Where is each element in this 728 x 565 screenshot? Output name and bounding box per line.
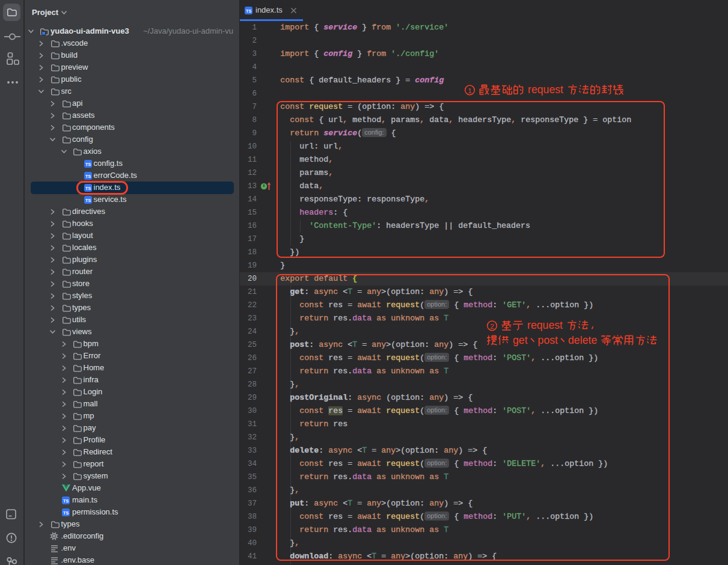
svg-text:TS: TS xyxy=(85,161,91,166)
svg-text:2: 2 xyxy=(490,322,494,330)
svg-text:1: 1 xyxy=(468,87,472,94)
svg-text:TS: TS xyxy=(85,197,91,203)
svg-text:TS: TS xyxy=(246,8,251,14)
svg-text:TS: TS xyxy=(63,498,69,503)
svg-text:TS: TS xyxy=(63,510,69,515)
svg-text:TS: TS xyxy=(85,173,91,179)
